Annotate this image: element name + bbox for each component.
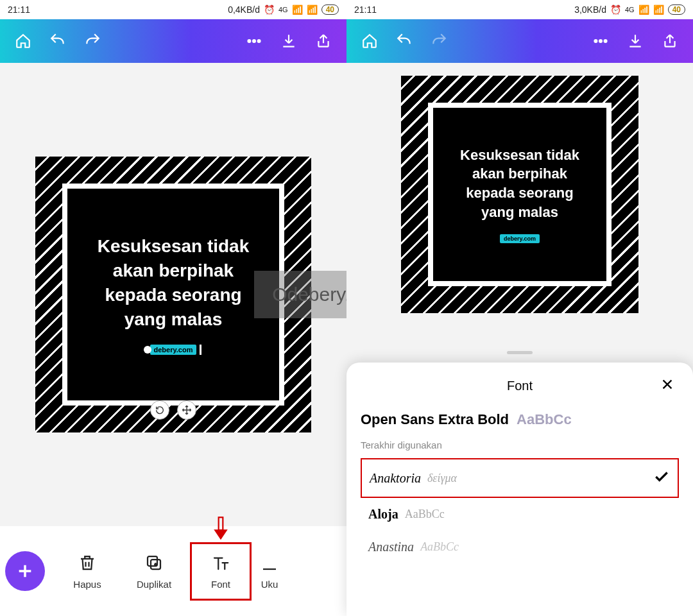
redo-button[interactable] (425, 27, 453, 55)
font-sample: AaBbCc (405, 508, 445, 521)
status-time: 21:11 (354, 4, 574, 15)
canvas-area[interactable]: Kesuksesan tidak akan berpihak kepada se… (0, 63, 346, 526)
signal-icon: 📶 (638, 4, 649, 15)
duplicate-tool[interactable]: Duplikat (123, 544, 185, 599)
download-button[interactable] (275, 27, 303, 55)
status-net: 0,4KB/d (228, 4, 260, 15)
current-font-sample: AaBbCc (517, 411, 572, 428)
quote-line: yang malas (124, 309, 223, 329)
signal-icon: 📶 (292, 4, 303, 15)
trash-icon (78, 553, 97, 572)
signal-4g-icon: 4G (278, 6, 288, 13)
section-label: Terakhir digunakan (361, 440, 679, 450)
home-button[interactable] (9, 27, 37, 55)
font-row-aloja[interactable]: Aloja AaBbCc (361, 498, 679, 531)
watermark-chip[interactable]: debery.com (500, 234, 540, 243)
font-icon (211, 553, 230, 572)
status-right: 3,0KB/d ⏰ 4G 📶 📶 40 (574, 4, 685, 15)
size-icon (260, 553, 279, 572)
share-button[interactable] (656, 27, 684, 55)
svg-point-2 (258, 40, 261, 42)
check-icon (653, 468, 670, 488)
size-tool[interactable]: Uku (257, 544, 282, 599)
svg-point-6 (594, 40, 597, 42)
quote-line: akan berpihak (113, 261, 234, 280)
delete-tool[interactable]: Hapus (56, 544, 118, 599)
add-button[interactable] (5, 551, 45, 591)
font-sample: δείγμα (427, 472, 457, 485)
close-button[interactable] (656, 373, 679, 396)
svg-point-8 (604, 40, 607, 42)
signal-4g-icon: 4G (625, 6, 635, 13)
duplicate-icon (144, 553, 164, 572)
screen-left: 21:11 0,4KB/d ⏰ 4G 📶 📶 40 Kesuksesan tid… (0, 0, 346, 616)
status-bar: 21:11 3,0KB/d ⏰ 4G 📶 📶 40 (346, 0, 693, 19)
watermark-chip[interactable]: debery.com (150, 345, 197, 355)
svg-rect-5 (219, 517, 223, 530)
wifi-icon: 📶 (307, 4, 318, 15)
font-tool[interactable]: Font (190, 542, 252, 601)
move-handle[interactable] (177, 400, 196, 420)
status-time: 21:11 (8, 4, 228, 15)
quote-line: kepada seorang (466, 185, 574, 201)
rotate-handle[interactable] (150, 400, 169, 420)
font-row-anastina[interactable]: Anastina AaBbCc (361, 531, 679, 563)
bottom-toolbar: Hapus Duplikat Font Uku (0, 526, 346, 616)
redo-button[interactable] (78, 27, 107, 55)
more-button[interactable] (586, 27, 615, 55)
current-font[interactable]: Open Sans Extra Bold AaBbCc (361, 411, 679, 428)
font-name: Aloja (368, 507, 398, 522)
svg-point-0 (248, 40, 250, 42)
font-sheet: Font Open Sans Extra Bold AaBbCc Terakhi… (346, 363, 693, 616)
font-row-anaktoria[interactable]: Anaktoria δείγμα (361, 458, 679, 498)
design-canvas[interactable]: Kesuksesan tidak akan berpihak kepada se… (401, 76, 638, 313)
more-button[interactable] (240, 27, 268, 55)
tool-label: Duplikat (137, 579, 171, 590)
font-name: Anastina (368, 540, 414, 554)
inner-frame: Kesuksesan tidak akan berpihak kepada se… (428, 103, 612, 286)
quote-line: yang malas (481, 204, 558, 220)
battery-icon: 40 (668, 4, 685, 15)
font-sample: AaBbCc (420, 540, 459, 554)
sheet-drag-handle[interactable] (507, 351, 533, 354)
selection-handles (150, 400, 196, 420)
app-bar (0, 19, 346, 63)
app-bar (346, 19, 693, 63)
screen-right: 21:11 3,0KB/d ⏰ 4G 📶 📶 40 Kesuksesan tid… (346, 0, 693, 616)
undo-button[interactable] (44, 27, 72, 55)
wifi-icon: 📶 (653, 4, 664, 15)
share-button[interactable] (309, 27, 338, 55)
download-button[interactable] (621, 27, 649, 55)
tool-label: Uku (261, 579, 278, 590)
quote-line: kepada seorang (105, 285, 241, 305)
status-net: 3,0KB/d (574, 4, 606, 15)
arrow-annotation-icon (212, 516, 230, 544)
current-font-name: Open Sans Extra Bold (361, 411, 509, 428)
quote-line: Kesuksesan tidak (98, 236, 250, 256)
sheet-title: Font (507, 379, 533, 393)
quote-text[interactable]: Kesuksesan tidak akan berpihak kepada se… (460, 146, 579, 222)
sheet-header: Font (361, 373, 679, 398)
battery-icon: 40 (321, 4, 339, 15)
quote-text[interactable]: Kesuksesan tidak akan berpihak kepada se… (98, 234, 250, 331)
alarm-icon: ⏰ (264, 4, 275, 15)
tool-label: Font (211, 579, 230, 590)
status-right: 0,4KB/d ⏰ 4G 📶 📶 40 (228, 4, 339, 15)
svg-point-1 (253, 40, 255, 42)
quote-line: akan berpihak (472, 166, 567, 182)
status-bar: 21:11 0,4KB/d ⏰ 4G 📶 📶 40 (0, 0, 346, 19)
home-button[interactable] (355, 27, 384, 55)
svg-point-7 (599, 40, 602, 42)
inner-frame: Kesuksesan tidak akan berpihak kepada se… (62, 184, 284, 406)
quote-line: Kesuksesan tidak (460, 147, 579, 163)
tool-label: Hapus (73, 579, 101, 590)
font-name: Anaktoria (370, 471, 421, 486)
undo-button[interactable] (390, 27, 418, 55)
alarm-icon: ⏰ (610, 4, 621, 15)
